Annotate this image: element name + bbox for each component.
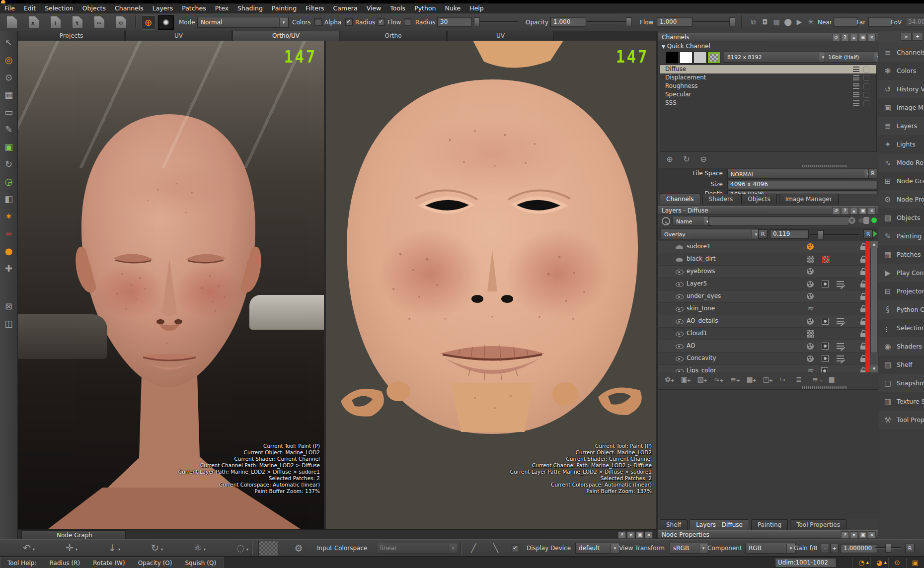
node-graph[interactable]: ⊞ Node Grap: [878, 172, 924, 190]
layer-name[interactable]: under_eyes: [687, 292, 721, 299]
collapse-icon[interactable]: [850, 207, 858, 214]
colors-checkbox[interactable]: [314, 18, 322, 26]
collapse-icon[interactable]: [850, 34, 858, 41]
palette-tab[interactable]: Tool Properties: [790, 519, 847, 530]
reset-button[interactable]: R: [868, 169, 877, 178]
python-console[interactable]: § Python Co: [878, 300, 924, 319]
amount-slider[interactable]: [810, 234, 859, 235]
node-properties-header[interactable]: Node Properties: [658, 530, 878, 539]
flow-checkbox[interactable]: [404, 18, 411, 26]
visibility-eye-icon[interactable]: [676, 268, 684, 275]
opacity-input[interactable]: 1.000: [550, 17, 586, 27]
visibility-eye-icon[interactable]: [676, 355, 684, 362]
menu-item[interactable]: Objects: [78, 3, 110, 13]
paint-icon[interactable]: [807, 343, 814, 350]
remove-channel-icon[interactable]: ⊖: [697, 154, 709, 165]
palette-tab[interactable]: Layers - Diffuse: [690, 519, 749, 530]
menu-item[interactable]: Layers: [148, 3, 177, 13]
target-status-icon[interactable]: ⊙: [888, 558, 906, 568]
mask-icon[interactable]: [822, 343, 829, 350]
node-graph-tab[interactable]: Node Graph: [21, 530, 126, 540]
unlock-icon[interactable]: [860, 308, 865, 312]
help-icon[interactable]: [841, 34, 849, 41]
play-cache-icon[interactable]: [873, 231, 877, 237]
scroll-thumb[interactable]: [870, 248, 878, 353]
paint-through-tool[interactable]: ↻: [2, 157, 16, 171]
sync-channel-icon[interactable]: ↻: [681, 154, 693, 165]
patches[interactable]: ▦ Patches: [878, 245, 924, 264]
skin_tone[interactable]: skin_tone: [658, 303, 878, 315]
palette-tab[interactable]: Objects: [741, 194, 776, 205]
projectors[interactable]: ⊟ Projectors: [878, 282, 924, 300]
AO_details[interactable]: AO_details: [658, 315, 878, 328]
menu-item[interactable]: Python: [410, 3, 440, 13]
layer-scrollbar[interactable]: ▲ ▼: [870, 241, 878, 372]
add-procedural-icon[interactable]: ≈: [712, 374, 722, 384]
brush-tip-preview[interactable]: [158, 15, 174, 30]
viewport-tab[interactable]: Ortho: [340, 31, 447, 41]
view-transform-select[interactable]: sRGB ▾: [670, 543, 708, 554]
warp-tool[interactable]: ◶: [2, 175, 16, 189]
unlock-icon[interactable]: [860, 259, 865, 263]
record-status-icon[interactable]: ▣: [906, 558, 924, 568]
render-hexagon-icon[interactable]: [835, 558, 852, 568]
visibility-eye-icon[interactable]: [676, 243, 684, 250]
objects[interactable]: ▧ Objects: [878, 209, 924, 227]
float-window-icon[interactable]: [859, 34, 867, 41]
visibility-eye-icon[interactable]: [676, 343, 684, 350]
uv-viewport[interactable]: 147 Current Tool: Paint (P)Current Objec…: [326, 41, 656, 529]
menu-item[interactable]: Help: [465, 3, 488, 13]
layer-blend-mode-select[interactable]: Overlay ▾: [661, 229, 761, 239]
paint-icon[interactable]: [807, 281, 814, 287]
size-value-field[interactable]: 4096 x 4096: [727, 180, 877, 189]
gain-slider-handle[interactable]: [885, 544, 891, 553]
visibility-eye-icon[interactable]: [676, 305, 684, 312]
add-paint-layer-icon[interactable]: ✿: [663, 374, 673, 384]
tool-properties[interactable]: ⚒ Tool Prope: [878, 411, 924, 429]
add-group-icon[interactable]: ◰: [761, 374, 771, 384]
close-project-icon[interactable]: x: [29, 16, 39, 28]
spacer[interactable]: [2, 279, 16, 296]
palette-tab[interactable]: Painting: [751, 519, 788, 530]
collapse-icon[interactable]: [627, 531, 635, 539]
checker-icon[interactable]: [807, 330, 814, 338]
menu-item[interactable]: View: [362, 3, 386, 13]
adjust-icon[interactable]: [837, 355, 844, 361]
fov-input[interactable]: 34.000: [905, 17, 924, 27]
filter-toggle[interactable]: [858, 218, 869, 223]
under_eyes[interactable]: under_eyes: [658, 290, 878, 303]
paint-buffer-button[interactable]: [258, 541, 278, 556]
shelf[interactable]: ▤ Shelf: [878, 355, 924, 374]
collapse-icon[interactable]: [850, 531, 858, 539]
Cloud1[interactable]: Cloud1: [658, 328, 878, 340]
eyebrows[interactable]: eyebrows: [658, 266, 878, 278]
patch-copy-tool[interactable]: ◫: [2, 317, 16, 331]
viewport-tab[interactable]: Ortho/UV: [232, 31, 339, 41]
play-controls[interactable]: ▶ Play Contr: [878, 264, 924, 282]
help-icon[interactable]: [841, 207, 849, 214]
layer-name[interactable]: AO_details: [687, 317, 718, 324]
flow-slider[interactable]: [693, 21, 735, 22]
twirl-view-icon[interactable]: ⚛: [190, 541, 206, 554]
help-icon[interactable]: [618, 531, 626, 539]
Roughness[interactable]: Roughness: [660, 82, 876, 90]
patch-display-icon[interactable]: ▦: [771, 16, 782, 28]
Concavity[interactable]: Concavity: [658, 353, 878, 365]
unlock-icon[interactable]: [860, 321, 865, 325]
curve-checkbox[interactable]: [512, 545, 519, 552]
pan-view-icon[interactable]: ✛: [62, 541, 77, 554]
splitter-grip[interactable]: [802, 165, 847, 167]
channels-panel-header[interactable]: Channels: [658, 33, 878, 41]
layer-name[interactable]: skin_tone: [687, 305, 715, 312]
layer-name[interactable]: Layer5: [687, 280, 707, 287]
gain-slider[interactable]: [875, 547, 901, 549]
adjust-icon[interactable]: [837, 343, 844, 349]
mask-icon[interactable]: [822, 355, 829, 362]
layer-name[interactable]: Cloud1: [687, 330, 707, 337]
ortho-viewport[interactable]: 147 Current Tool: Paint (P)Current Objec…: [18, 41, 324, 529]
opacity-slider-handle[interactable]: [626, 17, 632, 26]
lights[interactable]: ✦ Lights: [878, 135, 924, 153]
checker-red-icon[interactable]: [822, 256, 830, 263]
palette-tab[interactable]: Shelf: [660, 519, 688, 530]
import-icon[interactable]: ↯: [73, 16, 82, 28]
